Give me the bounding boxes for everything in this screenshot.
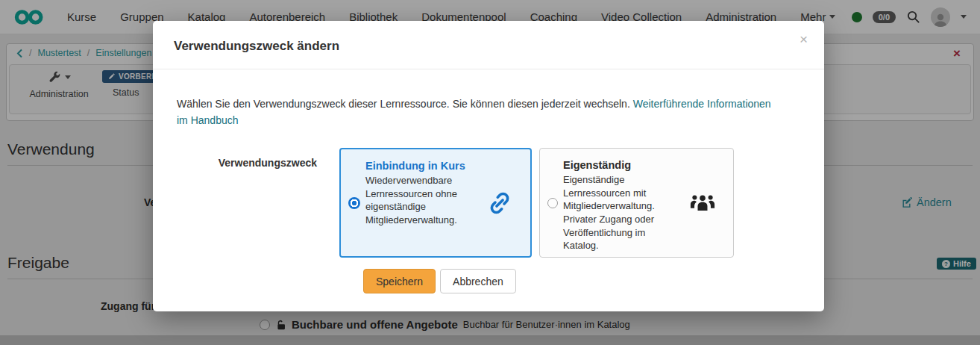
abbrechen-button[interactable]: Abbrechen <box>440 269 516 293</box>
verwendungszweck-dialog: Verwendungszweck ändern × Wählen Sie den… <box>153 21 824 311</box>
purpose-form-row: Verwendungszweck Einbindung in Kurs Wied… <box>177 148 800 258</box>
dialog-footer: Speichern Abbrechen <box>363 269 800 293</box>
dialog-body: Wählen Sie den Verwendungszweck dieser L… <box>153 69 824 293</box>
radio-unselected[interactable] <box>547 198 558 208</box>
link-icon <box>486 190 513 217</box>
group-icon <box>688 193 717 213</box>
radio-selected[interactable] <box>348 197 360 209</box>
close-icon[interactable]: × <box>800 31 808 48</box>
option-title: Einbindung in Kurs <box>365 160 471 172</box>
dialog-title: Verwendungszweck ändern <box>174 39 339 53</box>
speichern-button[interactable]: Speichern <box>363 269 436 293</box>
page: Kurse Gruppen Katalog Autorenbereich Bib… <box>0 0 980 345</box>
option-eigenstaendig[interactable]: Eigenständig Eigenständige Lernressource… <box>539 148 734 258</box>
option-description: Wiederverwendbare Lernressourcen ohne ei… <box>365 174 471 226</box>
intro-text: Wählen Sie den Verwendungszweck dieser L… <box>177 98 633 110</box>
option-title: Eigenständig <box>563 159 674 171</box>
dialog-intro: Wählen Sie den Verwendungszweck dieser L… <box>177 96 782 128</box>
purpose-label: Verwendungszweck <box>177 148 339 258</box>
dialog-header: Verwendungszweck ändern × <box>153 21 824 69</box>
option-einbindung-in-kurs[interactable]: Einbindung in Kurs Wiederverwendbare Ler… <box>339 148 532 258</box>
option-description: Eigenständige Lernressourcen mit Mitglie… <box>563 173 674 252</box>
purpose-options: Einbindung in Kurs Wiederverwendbare Ler… <box>339 148 734 258</box>
